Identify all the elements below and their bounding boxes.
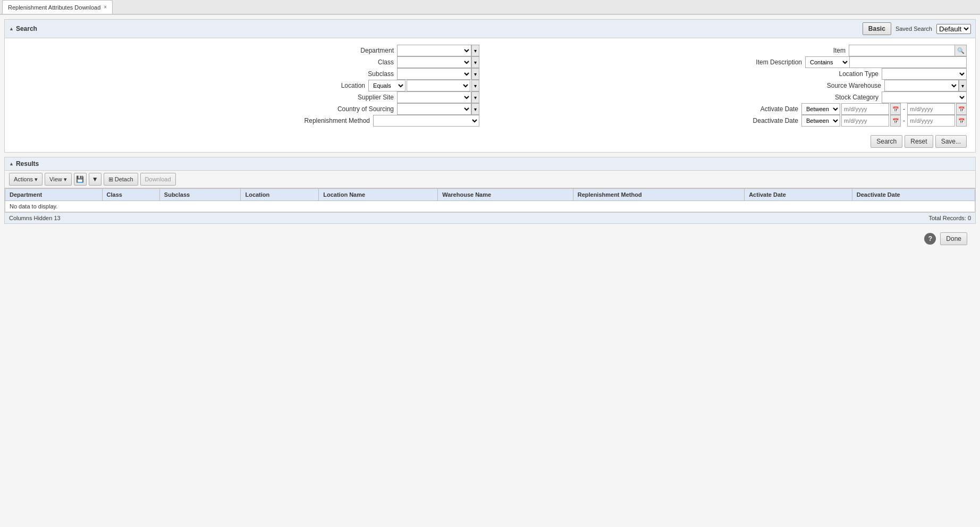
saved-search-select[interactable]: Default — [936, 24, 971, 34]
done-button[interactable]: Done — [940, 232, 967, 245]
item-description-label: Item Description — [738, 58, 802, 66]
tab-replenishment-attributes[interactable]: Replenishment Attributes Download × — [2, 0, 113, 14]
deactivate-date-from-cal[interactable]: 📅 — [890, 115, 901, 127]
department-row: Department ▾ — [13, 45, 479, 56]
search-button[interactable]: Search — [871, 135, 902, 148]
supplier-site-dropdown-btn[interactable]: ▾ — [471, 91, 479, 103]
results-section-header: ▲ Results — [5, 157, 975, 171]
location-input-group: Equals Not Equals In List ▾ — [368, 80, 479, 91]
subclass-select[interactable] — [397, 68, 471, 80]
save-columns-btn[interactable]: 💾 — [74, 173, 87, 186]
supplier-site-label: Supplier Site — [330, 94, 394, 101]
country-sourcing-select[interactable] — [397, 103, 471, 115]
item-input[interactable] — [849, 45, 955, 56]
actions-label: Actions — [14, 176, 33, 182]
item-description-input[interactable] — [850, 56, 967, 68]
location-dropdown-btn[interactable]: ▾ — [471, 80, 479, 91]
table-header-row: Department Class Subclass Location Locat… — [5, 189, 975, 201]
deactivate-date-to[interactable] — [907, 115, 955, 127]
replenishment-method-label: Replenishment Method — [305, 117, 370, 124]
results-collapse-icon[interactable]: ▲ — [9, 161, 14, 166]
no-data-cell: No data to display. — [5, 201, 975, 212]
activate-date-to[interactable] — [907, 103, 955, 115]
country-sourcing-row: Country of Sourcing ▾ — [13, 103, 479, 115]
class-select[interactable] — [397, 56, 471, 68]
item-description-row: Item Description Contains Equals Starts … — [501, 56, 967, 68]
subclass-label: Subclass — [330, 70, 394, 78]
replenishment-method-select[interactable]: Min/Max Floating Point Time Supply — [373, 115, 479, 127]
country-sourcing-dropdown-btn[interactable]: ▾ — [471, 103, 479, 115]
department-select[interactable] — [397, 45, 471, 56]
col-subclass: Subclass — [159, 189, 241, 201]
deactivate-date-to-cal[interactable]: 📅 — [956, 115, 967, 127]
main-content: ▲ Search Basic Saved Search Default Depa… — [0, 15, 980, 527]
activate-date-to-cal[interactable]: 📅 — [956, 103, 967, 115]
basic-button[interactable]: Basic — [863, 22, 891, 35]
location-row: Location Equals Not Equals In List ▾ — [13, 80, 479, 91]
source-warehouse-select[interactable] — [884, 80, 959, 91]
actions-button[interactable]: Actions ▾ — [9, 173, 43, 186]
form-left-col: Department ▾ Class ▾ Subclass — [13, 45, 479, 127]
search-collapse-icon[interactable]: ▲ — [9, 26, 14, 31]
reset-button[interactable]: Reset — [905, 135, 933, 148]
total-records-label: Total Records: — [929, 215, 966, 221]
deactivate-date-from[interactable] — [841, 115, 889, 127]
actions-dropdown-icon: ▾ — [35, 176, 38, 183]
item-label: Item — [782, 47, 846, 54]
search-section-header: ▲ Search Basic Saved Search Default — [5, 20, 975, 38]
close-icon[interactable]: × — [104, 4, 107, 10]
item-description-condition-select[interactable]: Contains Equals Starts With — [805, 56, 850, 68]
deactivate-date-dash: - — [902, 117, 906, 124]
replenishment-method-row: Replenishment Method Min/Max Floating Po… — [13, 115, 479, 127]
saved-search-label: Saved Search — [895, 26, 932, 32]
country-sourcing-input-group: ▾ — [397, 103, 479, 115]
item-row: Item 🔍 — [501, 45, 967, 56]
tab-bar: Replenishment Attributes Download × — [0, 0, 980, 15]
table-header: Department Class Subclass Location Locat… — [5, 189, 975, 201]
results-toolbar: Actions ▾ View ▾ 💾 ▼ ⊞ Detach Download — [5, 171, 975, 188]
col-department: Department — [5, 189, 103, 201]
class-row: Class ▾ — [13, 56, 479, 68]
activate-date-from-cal[interactable]: 📅 — [890, 103, 901, 115]
download-label: Download — [145, 176, 171, 182]
help-button[interactable]: ? — [924, 233, 936, 245]
search-section: ▲ Search Basic Saved Search Default Depa… — [4, 19, 976, 153]
item-search-btn[interactable]: 🔍 — [955, 45, 967, 56]
detach-button[interactable]: ⊞ Detach — [104, 173, 138, 186]
class-dropdown-btn[interactable]: ▾ — [471, 56, 479, 68]
stock-category-select[interactable]: Category A Category B Category C — [882, 91, 967, 103]
results-section-title: Results — [16, 160, 39, 168]
view-button[interactable]: View ▾ — [45, 173, 72, 186]
download-button[interactable]: Download — [140, 173, 176, 186]
item-input-group: 🔍 — [849, 45, 967, 56]
page-footer: ? Done — [4, 228, 976, 249]
location-label: Location — [301, 82, 365, 89]
deactivate-date-condition-select[interactable]: Between On Before After — [801, 115, 840, 127]
total-records-count: 0 — [968, 215, 971, 221]
col-replenishment-method: Replenishment Method — [573, 189, 744, 201]
department-dropdown-btn[interactable]: ▾ — [471, 45, 479, 56]
save-button[interactable]: Save... — [935, 135, 967, 148]
filter-btn[interactable]: ▼ — [89, 173, 102, 186]
activate-date-label: Activate Date — [734, 105, 798, 113]
results-header-left: ▲ Results — [9, 160, 39, 168]
help-icon: ? — [928, 235, 932, 242]
activate-date-condition-select[interactable]: Between On Before After — [801, 103, 840, 115]
col-warehouse-name: Warehouse Name — [438, 189, 573, 201]
location-condition-select[interactable]: Equals Not Equals In List — [368, 80, 405, 91]
source-warehouse-input-group: ▾ — [884, 80, 967, 91]
source-warehouse-dropdown-btn[interactable]: ▾ — [959, 80, 967, 91]
tab-title: Replenishment Attributes Download — [8, 4, 100, 11]
col-activate-date: Activate Date — [745, 189, 852, 201]
location-type-select[interactable]: Store Warehouse External Finisher — [882, 68, 967, 80]
location-value-select[interactable] — [407, 80, 470, 91]
stock-category-label: Stock Category — [815, 94, 878, 101]
table-body: No data to display. — [5, 201, 975, 212]
col-class: Class — [102, 189, 159, 201]
search-section-title: Search — [16, 25, 37, 32]
supplier-site-select[interactable] — [397, 91, 471, 103]
subclass-dropdown-btn[interactable]: ▾ — [471, 68, 479, 80]
supplier-site-row: Supplier Site ▾ — [13, 91, 479, 103]
activate-date-from[interactable] — [841, 103, 889, 115]
source-warehouse-row: Source Warehouse ▾ — [501, 80, 967, 91]
